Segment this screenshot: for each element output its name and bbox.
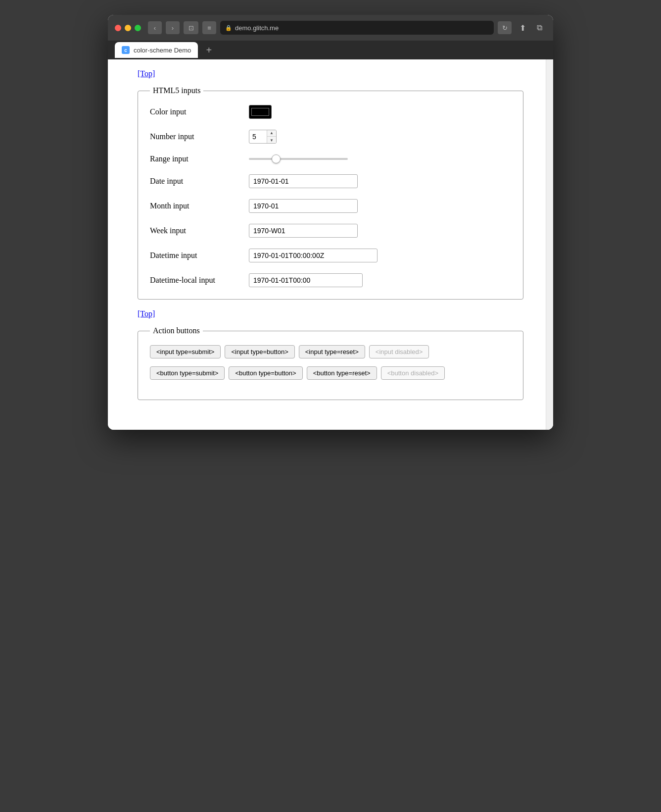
date-input-label: Date input [150, 177, 249, 186]
traffic-lights [115, 25, 141, 31]
number-spinners: ▲ ▼ [267, 130, 276, 144]
number-input-label: Number input [150, 132, 249, 141]
share-button[interactable]: ⬆ [516, 21, 529, 34]
toolbar-actions: ⬆ ⧉ [516, 21, 546, 34]
datetime-input-row: Datetime input [150, 249, 511, 262]
button-reset-button[interactable]: <button type=reset> [307, 366, 377, 380]
html5-inputs-legend: HTML5 inputs [150, 86, 203, 95]
button-buttons-group: <button type=submit> <button type=button… [150, 366, 511, 380]
button-submit-button[interactable]: <button type=submit> [150, 366, 225, 380]
color-input-label: Color input [150, 107, 249, 116]
lock-icon: 🔒 [225, 25, 232, 31]
browser-toolbar: ‹ › ⊡ ≡ 🔒 demo.glitch.me ↻ ⬆ [108, 15, 553, 41]
number-increment-button[interactable]: ▲ [267, 130, 276, 137]
input-reset-button[interactable]: <input type=reset> [299, 345, 365, 358]
input-submit-button[interactable]: <input type=submit> [150, 345, 221, 358]
number-input-wrapper: ▲ ▼ [249, 130, 277, 144]
number-input-row: Number input ▲ ▼ [150, 130, 511, 144]
tab-favicon: c [122, 46, 130, 54]
datetime-local-input-label: Datetime-local input [150, 276, 249, 285]
active-tab[interactable]: c color-scheme Demo [115, 42, 198, 58]
top-link-1[interactable]: [Top] [138, 69, 155, 78]
week-input-row: Week input [150, 224, 511, 238]
number-decrement-button[interactable]: ▼ [267, 137, 276, 144]
address-bar[interactable]: 🔒 demo.glitch.me [220, 21, 494, 35]
tab-bar: c color-scheme Demo + [108, 41, 553, 59]
datetime-input[interactable] [249, 249, 378, 262]
top-link-2[interactable]: [Top] [138, 309, 155, 318]
datetime-local-input-row: Datetime-local input [150, 273, 511, 287]
new-tab-button[interactable]: + [202, 43, 216, 57]
browser-chrome: ‹ › ⊡ ≡ 🔒 demo.glitch.me ↻ ⬆ [108, 15, 553, 59]
color-input-row: Color input [150, 105, 511, 119]
color-input[interactable] [249, 105, 272, 119]
forward-button[interactable]: › [166, 21, 180, 34]
datetime-input-label: Datetime input [150, 251, 249, 260]
action-buttons-legend: Action buttons [150, 326, 203, 335]
week-input-label: Week input [150, 226, 249, 235]
input-button-button[interactable]: <input type=button> [225, 345, 294, 358]
button-button-button[interactable]: <button type=button> [229, 366, 302, 380]
browser-window: ‹ › ⊡ ≡ 🔒 demo.glitch.me ↻ ⬆ [108, 15, 553, 430]
input-disabled-button: <input disabled> [369, 345, 429, 358]
number-input[interactable] [249, 132, 267, 142]
menu-button[interactable]: ≡ [202, 21, 216, 34]
date-input[interactable] [249, 174, 358, 188]
html5-inputs-section: HTML5 inputs Color input Number input ▲ … [138, 86, 523, 300]
range-input-label: Range input [150, 154, 249, 163]
refresh-button[interactable]: ↻ [498, 21, 512, 34]
date-input-row: Date input [150, 174, 511, 188]
scrollbar-track[interactable] [546, 59, 553, 430]
month-input-row: Month input [150, 199, 511, 213]
scrollbar-thumb[interactable] [547, 263, 552, 303]
minimize-button[interactable] [125, 25, 131, 31]
week-input[interactable] [249, 224, 358, 238]
close-button[interactable] [115, 25, 121, 31]
sidebar-toggle-button[interactable]: ⊡ [184, 21, 198, 34]
range-input-row: Range input [150, 154, 511, 163]
range-input[interactable] [249, 158, 348, 160]
page-content: [Top] HTML5 inputs Color input Number in… [108, 59, 553, 430]
maximize-button[interactable] [135, 25, 141, 31]
back-button[interactable]: ‹ [148, 21, 162, 34]
action-buttons-section: Action buttons <input type=submit> <inpu… [138, 326, 523, 400]
tab-title: color-scheme Demo [134, 47, 191, 54]
button-disabled-button: <button disabled> [381, 366, 445, 380]
datetime-local-input[interactable] [249, 273, 363, 287]
input-buttons-group: <input type=submit> <input type=button> … [150, 345, 511, 358]
month-input-label: Month input [150, 202, 249, 210]
url-text: demo.glitch.me [235, 24, 279, 32]
tabs-button[interactable]: ⧉ [532, 21, 546, 34]
month-input[interactable] [249, 199, 358, 213]
